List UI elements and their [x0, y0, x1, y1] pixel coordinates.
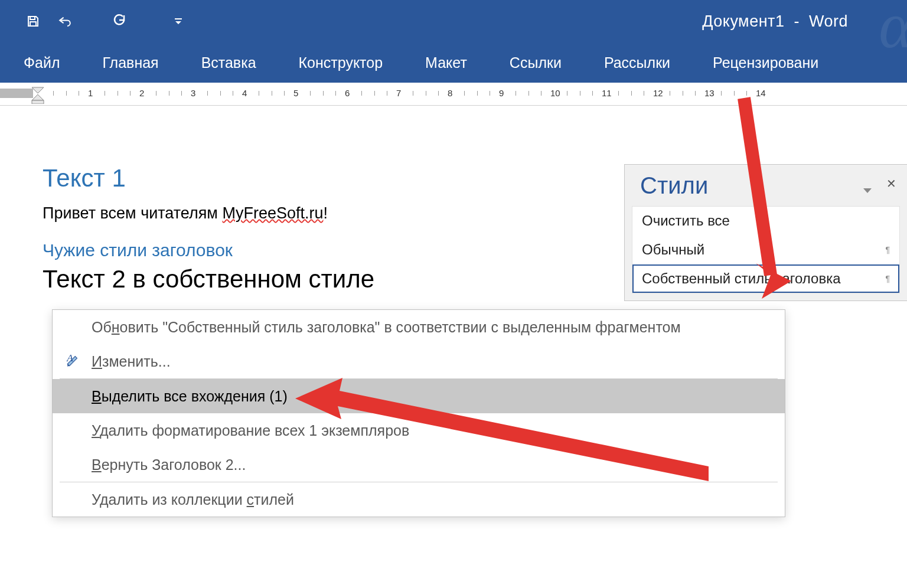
svg-text:A: A — [66, 352, 73, 364]
ctx-select-all-instances[interactable]: Выделить все вхождения (1) — [53, 379, 785, 413]
redo-icon[interactable] — [111, 14, 125, 28]
style-item-clear-all[interactable]: Очистить все — [632, 207, 899, 236]
close-icon[interactable]: ✕ — [886, 177, 896, 191]
save-icon[interactable] — [26, 14, 40, 28]
svg-rect-2 — [175, 18, 182, 19]
custom-heading[interactable]: Текст 2 в собственном стиле — [43, 265, 374, 293]
styles-pane-title: Стили — [640, 172, 708, 199]
edit-style-icon: A — [66, 352, 81, 371]
document-title: Документ1 - Word — [702, 0, 848, 43]
undo-icon[interactable] — [58, 14, 72, 28]
heading-2[interactable]: Чужие стили заголовок — [43, 240, 374, 260]
spellcheck-error[interactable]: MyFreeSoft.ru — [222, 204, 323, 222]
paragraph-text[interactable]: Привет всем читателям MyFreeSoft.ru! — [43, 204, 374, 223]
ctx-remove-from-gallery[interactable]: Удалить из коллекции стилей — [53, 482, 785, 517]
tab-design[interactable]: Конструктор — [278, 43, 404, 83]
title-bar: Документ1 - Word α — [0, 0, 907, 43]
title-separator: - — [794, 12, 800, 31]
svg-marker-6 — [863, 188, 872, 193]
ctx-modify-style[interactable]: A Изменить... — [53, 344, 785, 378]
styles-pane-header: Стили ✕ — [625, 165, 907, 206]
styles-pane: Стили ✕ Очистить все Обычный ¶ Собственн… — [624, 164, 907, 301]
tab-layout[interactable]: Макет — [404, 43, 488, 83]
heading-1[interactable]: Текст 1 — [43, 164, 374, 192]
document-name: Документ1 — [702, 12, 784, 31]
style-context-menu: Обновить "Собственный стиль заголовка" в… — [52, 309, 785, 517]
svg-rect-5 — [32, 100, 44, 104]
svg-rect-0 — [30, 17, 35, 19]
horizontal-ruler[interactable]: 1234567891011121314 — [0, 83, 907, 106]
tab-home[interactable]: Главная — [81, 43, 180, 83]
styles-list: Очистить все Обычный ¶ Собственный стиль… — [632, 206, 900, 293]
ctx-update-style[interactable]: Обновить "Собственный стиль заголовка" в… — [53, 310, 785, 344]
ctx-clear-formatting[interactable]: Удалить форматирование всех 1 экземпляро… — [53, 413, 785, 447]
app-name: Word — [809, 12, 848, 31]
ribbon-tabs: Файл Главная Вставка Конструктор Макет С… — [0, 43, 907, 83]
quick-access-toolbar — [26, 14, 185, 28]
qat-customize-icon[interactable] — [171, 14, 185, 28]
tab-insert[interactable]: Вставка — [180, 43, 278, 83]
ctx-revert-heading2[interactable]: Вернуть Заголовок 2... — [53, 447, 785, 482]
document-body: Текст 1 Привет всем читателям MyFreeSoft… — [0, 105, 374, 293]
style-item-normal[interactable]: Обычный ¶ — [632, 236, 899, 264]
tab-references[interactable]: Ссылки — [488, 43, 583, 83]
tab-file[interactable]: Файл — [18, 43, 81, 83]
styles-pane-options-icon[interactable] — [863, 186, 872, 197]
tab-mailings[interactable]: Рассылки — [583, 43, 691, 83]
svg-rect-1 — [30, 22, 36, 26]
tab-review[interactable]: Рецензировани — [691, 43, 840, 83]
style-item-custom-heading[interactable]: Собственный стиль заголовка ¶ — [632, 264, 899, 293]
